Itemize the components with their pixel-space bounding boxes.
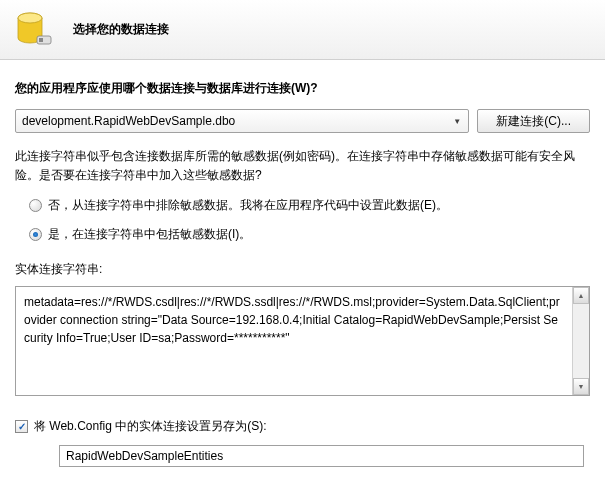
radio-include-label: 是，在连接字符串中包括敏感数据(I)。 <box>48 226 251 243</box>
radio-exclude[interactable] <box>29 199 42 212</box>
new-connection-button[interactable]: 新建连接(C)... <box>477 109 590 133</box>
sensitive-data-warning: 此连接字符串似乎包含连接数据库所需的敏感数据(例如密码)。在连接字符串中存储敏感… <box>15 147 590 185</box>
connection-dropdown[interactable]: development.RapidWebDevSample.dbo ▼ <box>15 109 469 133</box>
scroll-up-icon[interactable]: ▲ <box>573 287 589 304</box>
entity-name-value: RapidWebDevSampleEntities <box>66 449 223 463</box>
connection-row: development.RapidWebDevSample.dbo ▼ 新建连接… <box>15 109 590 133</box>
connection-question: 您的应用程序应使用哪个数据连接与数据库进行连接(W)? <box>15 80 590 97</box>
database-icon <box>15 10 55 50</box>
connstr-label: 实体连接字符串: <box>15 261 590 278</box>
vertical-scrollbar[interactable]: ▲ ▼ <box>572 287 589 395</box>
scroll-track[interactable] <box>573 304 589 378</box>
connection-string-box: metadata=res://*/RWDS.csdl|res://*/RWDS.… <box>15 286 590 396</box>
radio-include-row[interactable]: 是，在连接字符串中包括敏感数据(I)。 <box>29 226 590 243</box>
radio-exclude-label: 否，从连接字符串中排除敏感数据。我将在应用程序代码中设置此数据(E)。 <box>48 197 448 214</box>
save-config-label: 将 Web.Config 中的实体连接设置另存为(S): <box>34 418 266 435</box>
scroll-down-icon[interactable]: ▼ <box>573 378 589 395</box>
connection-string-text[interactable]: metadata=res://*/RWDS.csdl|res://*/RWDS.… <box>16 287 572 395</box>
chevron-down-icon: ▼ <box>452 117 462 126</box>
entity-name-input[interactable]: RapidWebDevSampleEntities <box>59 445 584 467</box>
header-title: 选择您的数据连接 <box>73 21 169 38</box>
radio-exclude-row[interactable]: 否，从连接字符串中排除敏感数据。我将在应用程序代码中设置此数据(E)。 <box>29 197 590 214</box>
wizard-header: 选择您的数据连接 <box>0 0 605 60</box>
svg-rect-3 <box>39 38 43 42</box>
sensitive-data-radios: 否，从连接字符串中排除敏感数据。我将在应用程序代码中设置此数据(E)。 是，在连… <box>15 197 590 243</box>
radio-include[interactable] <box>29 228 42 241</box>
svg-point-1 <box>18 13 42 23</box>
save-config-row[interactable]: ✓ 将 Web.Config 中的实体连接设置另存为(S): <box>15 418 590 435</box>
content-area: 您的应用程序应使用哪个数据连接与数据库进行连接(W)? development.… <box>0 60 605 477</box>
connection-selected: development.RapidWebDevSample.dbo <box>22 114 452 128</box>
save-config-checkbox[interactable]: ✓ <box>15 420 28 433</box>
